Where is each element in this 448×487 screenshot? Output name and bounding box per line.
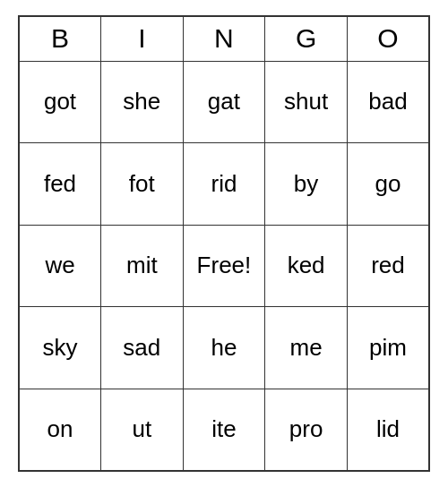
bingo-body: gotshegatshutbadfedfotridbygowemitFree!k… <box>19 61 429 471</box>
header-col-g: G <box>265 16 348 61</box>
bingo-cell-1-4: go <box>347 143 429 226</box>
bingo-cell-4-0: on <box>19 389 101 471</box>
bingo-cell-3-0: sky <box>19 307 101 389</box>
bingo-row-1: fedfotridbygo <box>19 143 429 226</box>
header-col-b: B <box>19 16 101 61</box>
bingo-cell-0-3: shut <box>265 61 348 143</box>
bingo-cell-0-4: bad <box>347 61 429 143</box>
bingo-cell-1-1: fot <box>101 143 184 226</box>
bingo-row-3: skysadhemepim <box>19 307 429 389</box>
bingo-cell-3-4: pim <box>347 307 429 389</box>
bingo-cell-2-0: we <box>19 225 101 307</box>
bingo-row-2: wemitFree!kedred <box>19 225 429 307</box>
bingo-cell-0-1: she <box>101 61 184 143</box>
bingo-row-0: gotshegatshutbad <box>19 61 429 143</box>
bingo-card: BINGO gotshegatshutbadfedfotridbygowemit… <box>18 15 430 472</box>
bingo-cell-3-1: sad <box>101 307 184 389</box>
header-col-n: N <box>183 16 265 61</box>
header-row: BINGO <box>19 16 429 61</box>
bingo-cell-4-2: ite <box>183 389 265 471</box>
bingo-cell-2-4: red <box>347 225 429 307</box>
bingo-cell-3-3: me <box>265 307 348 389</box>
bingo-cell-4-1: ut <box>101 389 184 471</box>
bingo-cell-2-3: ked <box>265 225 348 307</box>
bingo-cell-1-0: fed <box>19 143 101 226</box>
header-col-o: O <box>347 16 429 61</box>
bingo-cell-2-2: Free! <box>183 225 265 307</box>
bingo-cell-0-0: got <box>19 61 101 143</box>
bingo-cell-1-2: rid <box>183 143 265 226</box>
bingo-cell-4-4: lid <box>347 389 429 471</box>
bingo-cell-0-2: gat <box>183 61 265 143</box>
header-col-i: I <box>101 16 184 61</box>
bingo-cell-1-3: by <box>265 143 348 226</box>
bingo-cell-3-2: he <box>183 307 265 389</box>
bingo-cell-4-3: pro <box>265 389 348 471</box>
bingo-row-4: onutiteprolid <box>19 389 429 471</box>
bingo-cell-2-1: mit <box>101 225 184 307</box>
